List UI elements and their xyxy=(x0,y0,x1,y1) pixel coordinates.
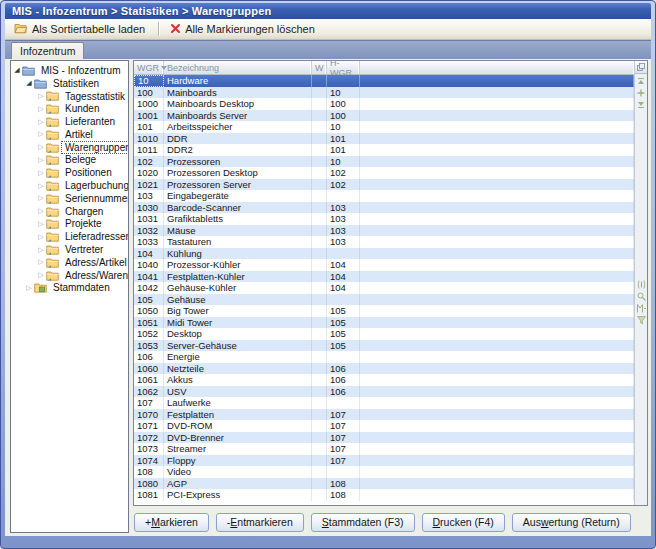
cell-filler xyxy=(360,179,634,191)
table-row[interactable]: 1020 Prozessoren Desktop 102 xyxy=(134,167,634,179)
tree-expander-icon[interactable]: ▷ xyxy=(36,168,46,178)
table-row[interactable]: 1030 Barcode-Scanner 103 xyxy=(134,202,634,214)
stammdaten-button[interactable]: Stammdaten (F3) xyxy=(311,513,415,532)
table-row[interactable]: 1042 Gehäuse-Kühler 104 xyxy=(134,282,634,294)
table-row[interactable]: 104 Kühlung xyxy=(134,248,634,260)
tree-item[interactable]: ▷ Adress/Artikel xyxy=(11,256,128,269)
table-row[interactable]: 1080 AGP 108 xyxy=(134,478,634,490)
table-row[interactable]: 10 Hardware xyxy=(134,75,634,87)
tree-expander-icon[interactable]: ▷ xyxy=(36,181,46,191)
tree-expander-icon[interactable]: ▷ xyxy=(36,270,46,280)
tree-item[interactable]: ◢ Statistiken xyxy=(11,77,128,90)
table-row[interactable]: 1010 DDR 101 xyxy=(134,133,634,145)
tree-item[interactable]: ▷ Lieferadressen xyxy=(11,230,128,243)
tree-item[interactable]: ▷ Warengruppen xyxy=(11,141,128,154)
filter-icon[interactable] xyxy=(636,315,647,325)
table-row[interactable]: 106 Energie xyxy=(134,351,634,363)
drucken-button[interactable]: Drucken (F4) xyxy=(422,513,505,532)
column-header-bezeichnung[interactable]: Bezeichnung xyxy=(164,61,312,74)
table-row[interactable]: 1073 Streamer 107 xyxy=(134,443,634,455)
table-row[interactable]: 102 Prozessoren 10 xyxy=(134,156,634,168)
tree-expander-icon[interactable]: ▷ xyxy=(36,142,46,152)
scroll-bottom-icon[interactable] xyxy=(636,100,647,110)
tree-expander-icon[interactable]: ▷ xyxy=(36,206,46,216)
table-row[interactable]: 1062 USV 106 xyxy=(134,386,634,398)
tab-infozentrum[interactable]: Infozentrum xyxy=(11,42,84,59)
tree-item[interactable]: ▷ Positionen xyxy=(11,166,128,179)
column-header-wgr[interactable]: WGR xyxy=(134,61,164,74)
table-row[interactable]: 103 Eingabegeräte xyxy=(134,190,634,202)
mark-button[interactable]: + Markieren xyxy=(134,513,209,532)
tree-item[interactable]: ▷ Projekte xyxy=(11,218,128,231)
clear-all-marks-button[interactable]: Alle Markierungen löschen xyxy=(165,21,322,38)
table-row[interactable]: 1050 Big Tower 105 xyxy=(134,305,634,317)
table-row[interactable]: 1081 PCI-Express 108 xyxy=(134,489,634,501)
column-chooser-icon[interactable] xyxy=(635,61,647,74)
table-row[interactable]: 1074 Floppy 107 xyxy=(134,455,634,467)
scroll-top-icon[interactable] xyxy=(636,76,647,86)
table-row[interactable]: 1071 DVD-ROM 107 xyxy=(134,420,634,432)
table-row[interactable]: 1001 Mainboards Server 100 xyxy=(134,110,634,122)
table-row[interactable]: 101 Arbeitsspeicher 10 xyxy=(134,121,634,133)
tree-item[interactable]: ▷ Stammdaten xyxy=(11,282,128,295)
folder-yellow-icon xyxy=(46,129,61,140)
tree-expander-icon[interactable]: ▷ xyxy=(36,129,46,139)
column-header-w[interactable]: W xyxy=(312,61,327,74)
table-row[interactable]: 1021 Prozessoren Server 102 xyxy=(134,179,634,191)
tree-item[interactable]: ▷ Adress/Warengruppen xyxy=(11,269,128,282)
tree-item[interactable]: ▷ Tagesstatistik xyxy=(11,90,128,103)
tree-item-label: Stammdaten xyxy=(49,281,114,294)
unmark-button[interactable]: - Entmarkieren xyxy=(216,513,304,532)
tree-item[interactable]: ▷ Kunden xyxy=(11,102,128,115)
auswertung-button[interactable]: Auswertung (Return) xyxy=(512,513,631,532)
tree-item[interactable]: ◢ MIS - Infozentrum xyxy=(11,64,128,77)
search-icon[interactable] xyxy=(636,291,647,301)
tree-expander-icon[interactable]: ▷ xyxy=(36,245,46,255)
cell-bezeichnung: Akkus xyxy=(164,374,312,386)
tree-item[interactable]: ▷ Vertreter xyxy=(11,243,128,256)
column-header-hwgr[interactable]: H-WGR xyxy=(327,61,360,74)
table-row[interactable]: 105 Gehäuse xyxy=(134,294,634,306)
tree-expander-icon[interactable]: ▷ xyxy=(36,193,46,203)
plus-icon[interactable] xyxy=(636,88,647,98)
table-row[interactable]: 1000 Mainboards Desktop 100 xyxy=(134,98,634,110)
info-icon[interactable] xyxy=(636,279,647,289)
tree-item[interactable]: ▷ Lagerbuchungen xyxy=(11,179,128,192)
tree-item[interactable]: ▷ Belege xyxy=(11,154,128,167)
tree-item[interactable]: ▷ Artikel xyxy=(11,128,128,141)
table-row[interactable]: 1041 Festplatten-Kühler 104 xyxy=(134,271,634,283)
tree-item-label: Lagerbuchungen xyxy=(61,179,129,192)
table-row[interactable]: 108 Video xyxy=(134,466,634,478)
cell-filler xyxy=(360,386,634,398)
tree-expander-icon[interactable]: ▷ xyxy=(36,155,46,165)
tree-item[interactable]: ▷ Chargen xyxy=(11,205,128,218)
table-row[interactable]: 107 Laufwerke xyxy=(134,397,634,409)
tree-expander-icon[interactable]: ▷ xyxy=(36,104,46,114)
tree-expander-icon[interactable]: ▷ xyxy=(36,257,46,267)
marker-icon[interactable] xyxy=(636,303,647,313)
table-row[interactable]: 1040 Prozessor-Kühler 104 xyxy=(134,259,634,271)
tree-expander-icon[interactable]: ◢ xyxy=(12,65,22,75)
tree-item[interactable]: ▷ Lieferanten xyxy=(11,115,128,128)
table-row[interactable]: 1061 Akkus 106 xyxy=(134,374,634,386)
tree-item[interactable]: ▷ Seriennummern xyxy=(11,192,128,205)
table-row[interactable]: 1072 DVD-Brenner 107 xyxy=(134,432,634,444)
tree-expander-icon[interactable]: ▷ xyxy=(36,117,46,127)
table-row[interactable]: 1053 Server-Gehäuse 105 xyxy=(134,340,634,352)
table-row[interactable]: 1033 Tastaturen 103 xyxy=(134,236,634,248)
table-row[interactable]: 1060 Netzteile 106 xyxy=(134,363,634,375)
table-row[interactable]: 1051 Midi Tower 105 xyxy=(134,317,634,329)
tree-expander-icon[interactable]: ▷ xyxy=(24,283,34,293)
table-row[interactable]: 1011 DDR2 101 xyxy=(134,144,634,156)
tree-expander-icon[interactable]: ▷ xyxy=(36,219,46,229)
table-row[interactable]: 1070 Festplatten 107 xyxy=(134,409,634,421)
tree-expander-icon[interactable]: ▷ xyxy=(36,232,46,242)
tree-expander-icon[interactable]: ◢ xyxy=(24,78,34,88)
table-row[interactable]: 1031 Grafiktabletts 103 xyxy=(134,213,634,225)
table-row[interactable]: 1032 Mäuse 103 xyxy=(134,225,634,237)
table-row[interactable]: 1052 Desktop 105 xyxy=(134,328,634,340)
load-as-sort-table-button[interactable]: Als Sortiertabelle laden xyxy=(9,20,152,38)
tree-expander-icon[interactable]: ▷ xyxy=(36,91,46,101)
table-row[interactable]: 100 Mainboards 10 xyxy=(134,87,634,99)
cell-bezeichnung: Floppy xyxy=(164,455,312,467)
